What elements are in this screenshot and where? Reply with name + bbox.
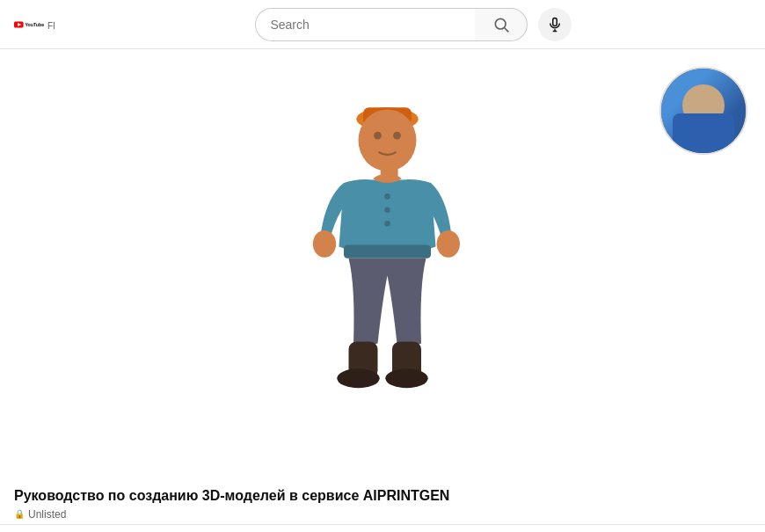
svg-point-23: [384, 221, 390, 227]
badge-text: Unlisted: [28, 508, 66, 521]
search-input[interactable]: [270, 18, 461, 32]
search-button[interactable]: [475, 8, 528, 41]
character-figure: [286, 73, 479, 442]
country-code: FI: [47, 21, 55, 31]
video-content: [0, 49, 765, 480]
svg-point-3: [495, 18, 506, 29]
svg-point-15: [313, 230, 336, 258]
video-title: Руководство по созданию 3D-моделей в сер…: [14, 487, 751, 506]
lock-icon: 🔒: [14, 509, 25, 519]
youtube-icon: YouTube: [14, 14, 44, 35]
search-form: [255, 8, 572, 41]
svg-point-16: [437, 230, 460, 258]
youtube-logo[interactable]: YouTube FI: [14, 14, 55, 35]
svg-line-4: [505, 27, 509, 32]
page-header: YouTube FI: [0, 0, 765, 49]
video-title-section: Руководство по созданию 3D-моделей в сер…: [0, 480, 765, 524]
svg-text:YouTube: YouTube: [25, 21, 44, 26]
svg-point-22: [384, 208, 390, 214]
svg-point-18: [337, 368, 379, 388]
svg-point-10: [359, 109, 417, 171]
webcam-inner: [661, 69, 746, 153]
svg-point-21: [384, 193, 390, 200]
svg-point-20: [385, 368, 427, 388]
video-badge: 🔒 Unlisted: [14, 508, 66, 521]
bottom-bar: AI AIPRINTGEN 4 subscribers Analytics Ed…: [0, 524, 765, 532]
svg-point-11: [374, 132, 382, 140]
logo-area: YouTube FI: [14, 14, 55, 35]
svg-rect-14: [344, 244, 431, 258]
mic-button[interactable]: [538, 8, 572, 41]
search-icon: [492, 16, 510, 33]
search-input-wrap: [255, 8, 475, 41]
video-container: [0, 49, 765, 480]
webcam-overlay: [659, 67, 747, 155]
character-svg: [286, 73, 479, 479]
svg-rect-5: [553, 18, 557, 26]
mic-icon: [547, 17, 563, 33]
search-area: [76, 8, 751, 41]
svg-point-12: [393, 132, 401, 140]
person-body: [673, 113, 734, 155]
